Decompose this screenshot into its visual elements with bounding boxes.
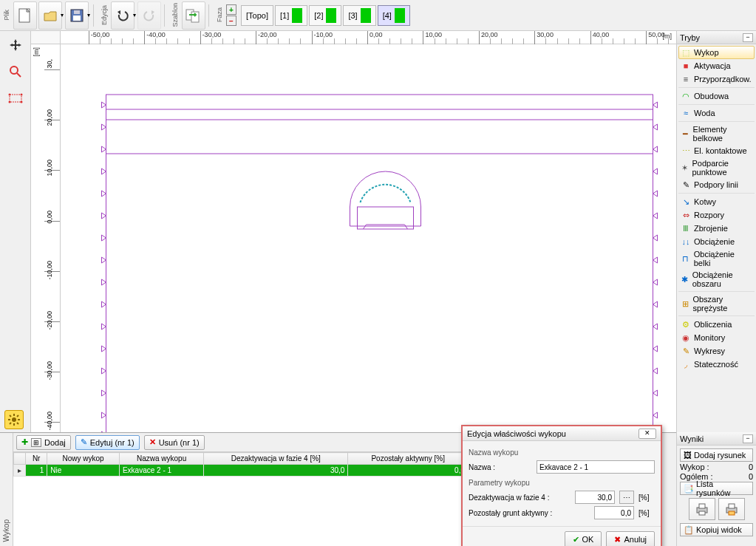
- mode-item-zbrojenie[interactable]: ⅢZbrojenie: [678, 222, 755, 235]
- mode-label: Obudowa: [694, 92, 729, 100]
- mode-label: Podparcie punktowe: [692, 159, 752, 177]
- add-row-button[interactable]: ✚⊞Dodaj: [16, 435, 71, 450]
- mode-item-wykop[interactable]: ⬚Wykop: [678, 46, 755, 59]
- deactivation-more-button[interactable]: ⋯: [619, 491, 634, 504]
- mode-label: Obliczenia: [694, 320, 732, 329]
- mode-label: Woda: [694, 109, 715, 117]
- svg-rect-32: [729, 511, 735, 515]
- mode-item-el-kontaktowe[interactable]: ⋯El. kontaktowe: [678, 144, 755, 157]
- deactivation-input[interactable]: [575, 491, 615, 504]
- mode-item-obliczenia[interactable]: ⚙Obliczenia: [678, 318, 755, 331]
- mode-item-monitory[interactable]: ◉Monitory: [678, 331, 755, 344]
- name-input[interactable]: [537, 460, 655, 474]
- column-header[interactable]: Nr: [26, 453, 47, 465]
- mode-icon: ✱: [681, 274, 689, 284]
- mode-item-kotwy[interactable]: ↘Kotwy: [678, 195, 755, 208]
- mode-label: Zbrojenie: [694, 224, 728, 233]
- open-file-button[interactable]: ▾: [38, 1, 64, 30]
- remaining-label: Pozostały grunt aktywny :: [469, 509, 590, 517]
- fit-view-tool[interactable]: [4, 87, 27, 109]
- mode-item-przyporz-dkow-[interactable]: ≡Przyporządkow.: [678, 72, 755, 86]
- mode-item-stateczno-[interactable]: ◞Stateczność: [678, 358, 755, 371]
- remaining-input[interactable]: [594, 506, 634, 519]
- remaining-unit: [%]: [638, 509, 655, 517]
- canvas-area[interactable]: [m]-50,00-40,00-30,00-20,00-10,000,0010,…: [31, 31, 676, 432]
- mode-icon: ◠: [681, 91, 691, 101]
- mode-icon: ⇔: [681, 210, 691, 220]
- phase-button-1[interactable]: [1]: [275, 5, 307, 26]
- copy-view-button[interactable]: 📋Kopiuj widok: [680, 523, 753, 536]
- mode-item-woda[interactable]: ≈Woda: [678, 106, 755, 120]
- modes-panel-header: Tryby −: [677, 31, 756, 44]
- file-group-label: Plik: [3, 10, 10, 21]
- settings-button[interactable]: [4, 410, 24, 429]
- ruler-v-tick: 20,00: [46, 109, 53, 126]
- svg-rect-3: [74, 10, 80, 14]
- save-file-button[interactable]: ▾: [65, 1, 90, 30]
- mode-label: Podpory linii: [694, 180, 738, 189]
- add-drawing-button[interactable]: 🖼Dodaj rysunek: [680, 448, 753, 462]
- template-button[interactable]: [182, 1, 205, 30]
- mode-item-rozpory[interactable]: ⇔Rozpory: [678, 208, 755, 222]
- column-header[interactable]: Nowy wykop: [47, 453, 120, 465]
- phase-button-4[interactable]: [4]: [378, 5, 410, 26]
- ruler-v-tick: 30,: [46, 59, 53, 69]
- column-header[interactable]: Nazwa wykopu: [119, 453, 203, 465]
- svg-rect-8: [10, 95, 21, 102]
- mode-label: Monitory: [694, 333, 725, 342]
- data-grid[interactable]: NrNowy wykopNazwa wykopuDezaktywacja w f…: [13, 452, 469, 546]
- mode-label: Wykop: [694, 48, 719, 57]
- ruler-vertical: 30,20,0010,000,00-10,00-20,00-30,00-40,0…: [44, 44, 61, 432]
- mode-icon: ≈: [681, 108, 691, 118]
- phase-button-0[interactable]: [Topo]: [241, 5, 273, 26]
- left-toolbar: [0, 31, 31, 432]
- column-header[interactable]: Pozostały aktywny [%]: [348, 453, 469, 465]
- mode-label: Rozpory: [694, 211, 724, 219]
- print-button[interactable]: [689, 498, 715, 520]
- new-file-button[interactable]: [13, 1, 37, 30]
- mode-item-podpory-linii[interactable]: ✎Podpory linii: [678, 178, 755, 191]
- phase-add-remove[interactable]: +−: [226, 4, 236, 26]
- mode-icon: ⊞: [681, 298, 689, 309]
- ok-button[interactable]: ✔OK: [565, 531, 602, 546]
- ruler-v-tick: -30,00: [46, 361, 53, 381]
- table-row[interactable]: ▸1NieExkavace 2 - 130,00,0: [14, 465, 469, 477]
- phase-button-3[interactable]: [3]: [343, 5, 375, 26]
- column-header[interactable]: Dezaktywacja w fazie 4 [%]: [204, 453, 348, 465]
- mode-icon: ━: [681, 129, 690, 139]
- drawings-list-button[interactable]: 📑Lista rysunków: [680, 482, 753, 495]
- mode-item-elementy-belkowe[interactable]: ━Elementy belkowe: [678, 123, 755, 144]
- redo-button[interactable]: [137, 1, 161, 30]
- cancel-button[interactable]: ✖Anuluj: [606, 531, 655, 546]
- undo-button[interactable]: ▾: [111, 1, 136, 30]
- mode-item-obci-enie-obszaru[interactable]: ✱Obciążenie obszaru: [678, 269, 755, 290]
- mode-item-aktywacja[interactable]: ■Aktywacja: [678, 59, 755, 72]
- results-title: Wyniki: [680, 434, 704, 443]
- dialog-titlebar[interactable]: Edycja właściwości wykopu ✕: [463, 426, 661, 441]
- pan-tool[interactable]: [4, 34, 27, 56]
- mode-icon: ↘: [681, 197, 691, 207]
- mode-item-obci-enie-belki[interactable]: ⊓Obciążenie belki: [678, 248, 755, 269]
- mode-item-obszary-spr-yste[interactable]: ⊞Obszary sprężyste: [678, 293, 755, 314]
- mode-item-obudowa[interactable]: ◠Obudowa: [678, 89, 755, 103]
- zoom-tool[interactable]: [4, 61, 27, 83]
- mode-label: El. kontaktowe: [694, 146, 747, 155]
- table-toolbar: ✚⊞Dodaj ✎Edytuj (nr 1) ✕Usuń (nr 1): [13, 433, 469, 452]
- print-color-button[interactable]: [718, 498, 745, 520]
- minimize-icon[interactable]: −: [743, 33, 753, 42]
- delete-row-button[interactable]: ✕Usuń (nr 1): [144, 435, 205, 450]
- mode-item-wykresy[interactable]: ✎Wykresy: [678, 344, 755, 358]
- minimize-icon[interactable]: −: [743, 434, 753, 443]
- mode-item-podparcie-punktowe[interactable]: ✶Podparcie punktowe: [678, 157, 755, 178]
- svg-rect-22: [106, 95, 653, 432]
- mode-item-obci-enie[interactable]: ↓↓Obciążenie: [678, 235, 755, 248]
- mode-icon: ✎: [681, 346, 691, 356]
- mode-icon: ✎: [681, 180, 691, 190]
- close-icon[interactable]: ✕: [638, 429, 656, 439]
- mode-label: Obszary sprężyste: [692, 295, 752, 313]
- mode-icon: ◉: [681, 332, 691, 343]
- phase-button-2[interactable]: [2]: [309, 5, 341, 26]
- svg-line-20: [17, 415, 18, 417]
- phase-group-label: Faza: [216, 7, 223, 22]
- edit-row-button[interactable]: ✎Edytuj (nr 1): [75, 435, 140, 450]
